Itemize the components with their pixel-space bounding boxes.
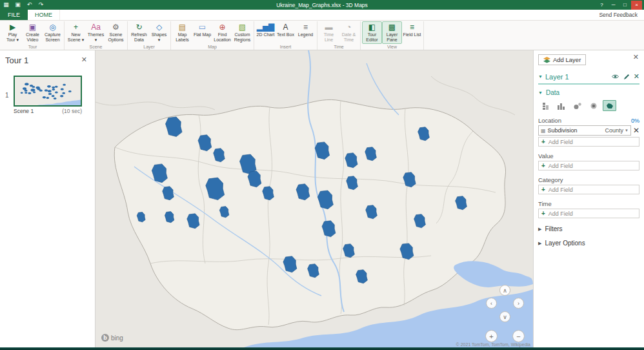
stacked-column-icon[interactable]	[538, 100, 552, 111]
ribbon-button-label: Play Tour ▾	[3, 32, 22, 43]
ribbon-button-flat-map[interactable]: ▭Flat Map	[192, 21, 212, 44]
layer-pane-close-icon[interactable]: ✕	[633, 53, 639, 61]
ribbon-button-label: Text Box	[277, 32, 294, 43]
location-type-dropdown[interactable]: County ▼	[605, 127, 628, 134]
chevron-down-icon[interactable]: ▼	[538, 74, 543, 79]
ribbon-button-layer-pane[interactable]: ▩Layer Pane	[382, 21, 402, 44]
refresh-data-icon: ↻	[136, 23, 142, 32]
layer-name[interactable]: Layer 1	[545, 73, 609, 81]
app-icon: ▦	[2, 1, 10, 9]
location-add-field[interactable]: + Add Field	[538, 137, 639, 147]
scene-thumbnail[interactable]: Scene 1 (10 sec)	[14, 76, 82, 114]
ribbon-button-2d-chart[interactable]: ▂▅▇2D Chart	[256, 21, 276, 44]
ribbon-button-date-time[interactable]: ◔Date & Time	[339, 21, 359, 44]
ribbon-button-scene-options[interactable]: ⚙Scene Options	[106, 21, 126, 44]
tab-file[interactable]: FILE	[0, 10, 28, 20]
plus-icon: +	[541, 138, 545, 145]
save-icon[interactable]: ▣	[14, 1, 22, 9]
plus-icon: +	[541, 186, 545, 193]
ribbon-button-label: Map Labels	[173, 32, 192, 43]
ribbon-button-find-location[interactable]: ⊕Find Location	[212, 21, 232, 44]
rotate-left-button[interactable]: ‹	[486, 298, 497, 309]
layer-pane-icon: ▩	[388, 23, 396, 32]
tab-home[interactable]: HOME	[28, 10, 60, 20]
play-tour-icon: ▶	[10, 23, 15, 32]
legend-icon: ≡	[303, 23, 308, 32]
add-layer-button[interactable]: Add Layer	[538, 54, 586, 65]
region-icon[interactable]	[603, 100, 616, 111]
ribbon-button-text-box[interactable]: AText Box	[276, 21, 296, 44]
create-video-icon: ▣	[29, 23, 36, 32]
ribbon-button-new-scene[interactable]: +New Scene ▾	[66, 21, 86, 44]
location-percent: 0%	[631, 118, 639, 124]
ribbon-button-label: Legend	[298, 32, 313, 43]
eye-icon[interactable]	[611, 74, 619, 79]
value-add-field[interactable]: + Add Field	[538, 161, 639, 170]
redo-icon[interactable]: ↷	[37, 1, 45, 9]
ribbon-group-tour: ▶Play Tour ▾▣Create Video◎Capture Screen…	[1, 21, 65, 50]
ribbon-button-field-list[interactable]: ≡Field List	[402, 21, 422, 44]
ribbon-button-label: Find Location	[213, 32, 232, 43]
close-button[interactable]: ×	[631, 1, 642, 10]
minimize-button[interactable]: ─	[608, 1, 619, 10]
ribbon-button-legend[interactable]: ≡Legend	[296, 21, 316, 44]
ribbon-button-label: Time Line	[319, 32, 338, 43]
ribbon-button-refresh-data[interactable]: ↻Refresh Data	[129, 21, 149, 44]
heatmap-icon[interactable]	[587, 100, 600, 111]
location-label: Location	[538, 117, 561, 124]
category-add-field[interactable]: + Add Field	[538, 185, 639, 194]
clustered-column-icon[interactable]	[554, 100, 568, 111]
map-labels-icon: ▤	[179, 23, 186, 32]
pencil-icon[interactable]	[623, 74, 630, 80]
ribbon-button-label: Field List	[403, 32, 421, 43]
layer-options-section[interactable]: ▶ Layer Options	[538, 240, 639, 247]
ribbon-button-shapes[interactable]: ◇Shapes ▾	[149, 21, 169, 44]
ribbon-button-themes[interactable]: AaThemes ▾	[86, 21, 106, 44]
tilt-up-button[interactable]: ∧	[499, 285, 510, 296]
value-label: Value	[538, 152, 554, 160]
ribbon-button-label: 2D Chart	[256, 32, 274, 43]
ribbon-button-create-video[interactable]: ▣Create Video	[23, 21, 43, 44]
bubble-icon[interactable]	[570, 100, 584, 111]
data-section-header[interactable]: ▼ Data	[538, 89, 639, 96]
tilt-down-button[interactable]: ∨	[499, 311, 510, 322]
ribbon-button-label: Create Video	[23, 32, 42, 43]
ribbon: ▶Play Tour ▾▣Create Video◎Capture Screen…	[0, 21, 644, 50]
bing-logo: b bing	[101, 334, 123, 342]
location-field[interactable]: ▦ Subdivision County ▼	[538, 125, 631, 136]
send-feedback-link[interactable]: Send Feedback	[599, 10, 644, 20]
filters-section[interactable]: ▶ Filters	[538, 225, 639, 232]
ribbon-button-label: Refresh Data	[130, 32, 148, 43]
ribbon-button-capture-screen[interactable]: ◎Capture Screen	[43, 21, 63, 44]
delete-layer-icon[interactable]: ✕	[634, 72, 639, 81]
layer-pane: Add Layer ✕ ▼ Layer 1 ✕ ▼	[533, 50, 644, 347]
ribbon-button-label: Capture Screen	[43, 32, 62, 43]
map-canvas[interactable]	[96, 50, 533, 347]
chevron-right-icon: ▶	[538, 241, 541, 246]
window-title: Ukraine_Map_Graphs.xlsx - 3D Maps	[0, 2, 644, 8]
ribbon-group-label: Layer	[129, 44, 169, 50]
ribbon-button-label: Themes ▾	[86, 32, 105, 43]
scene-name: Scene 1	[14, 108, 34, 114]
ribbon-button-map-labels[interactable]: ▤Map Labels	[172, 21, 192, 44]
ribbon-button-label: Scene Options	[106, 32, 125, 43]
tour-panel-close-icon[interactable]: ✕	[81, 56, 87, 64]
ribbon-group-time: ▬Time Line◔Date & TimeTime	[317, 21, 361, 50]
time-add-field[interactable]: + Add Field	[538, 209, 639, 218]
zoom-out-button[interactable]: −	[512, 330, 525, 342]
ribbon-group-label: Time	[319, 44, 359, 50]
remove-field-icon[interactable]: ✕	[633, 126, 639, 135]
help-button[interactable]: ?	[596, 1, 607, 10]
undo-icon[interactable]: ↶	[25, 1, 34, 9]
zoom-in-button[interactable]: +	[485, 330, 498, 342]
layer-row[interactable]: ▼ Layer 1 ✕	[538, 72, 639, 85]
ribbon-button-custom-regions[interactable]: ▧Custom Regions	[232, 21, 252, 44]
maximize-button[interactable]: □	[619, 1, 630, 10]
ribbon-button-play-tour[interactable]: ▶Play Tour ▾	[3, 21, 23, 44]
ribbon-button-tour-editor[interactable]: ◧Tour Editor	[362, 21, 382, 44]
date-time-icon: ◔	[347, 23, 351, 32]
ribbon-group-label: Map	[172, 44, 252, 50]
2d-chart-icon: ▂▅▇	[257, 23, 275, 32]
rotate-right-button[interactable]: ›	[513, 298, 524, 309]
ribbon-button-time-line[interactable]: ▬Time Line	[319, 21, 339, 44]
